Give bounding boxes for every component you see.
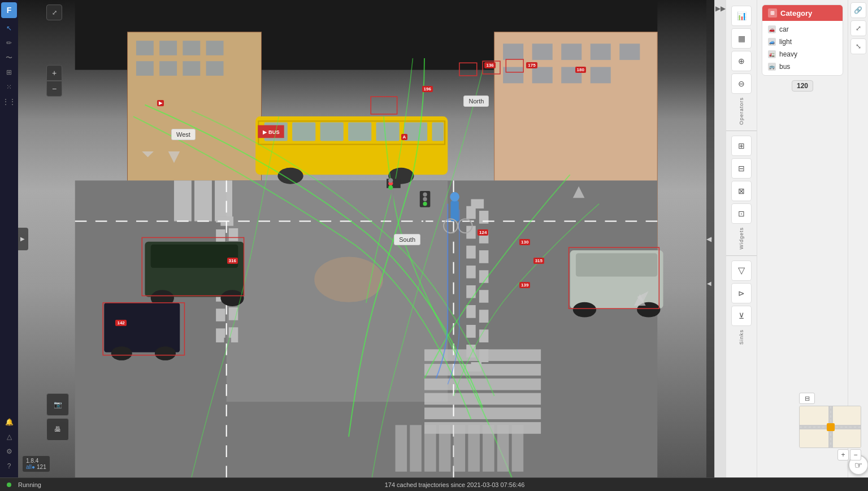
sidebar-icon-question[interactable]: ? [2, 459, 16, 473]
detection-196: 196 [422, 86, 433, 92]
category-item-heavy[interactable]: 🚛 heavy [762, 48, 843, 60]
svg-rect-45 [432, 122, 444, 141]
direction-south: South [394, 234, 420, 245]
sidebar-icon-bell[interactable]: 🔔 [2, 415, 16, 429]
svg-point-62 [450, 192, 459, 201]
play-left-btn[interactable]: ▶ [18, 228, 28, 250]
category-item-bus[interactable]: 🚌 bus [762, 60, 843, 73]
svg-rect-93 [483, 425, 494, 471]
sidebar-icon-wave[interactable]: 〜 [2, 51, 16, 64]
collapse-btn[interactable]: ⤡ [850, 38, 866, 54]
svg-rect-41 [320, 122, 344, 141]
right-arrow-indicator: ◀ [706, 235, 711, 243]
sidebar-icon-alert[interactable]: △ [2, 430, 16, 444]
sidebar-icon-draw[interactable]: ✏ [2, 36, 16, 50]
bottom-right-arrow: ◀ [707, 280, 711, 286]
screenshot-btn[interactable]: 📷 [46, 393, 69, 416]
minimap-zoom-in-btn[interactable]: + [837, 449, 849, 460]
detection-316: 316 [227, 258, 238, 264]
operator-btn-1[interactable]: 📊 [731, 6, 752, 26]
sink-btn-filter[interactable]: ▽ [731, 260, 752, 281]
svg-rect-22 [174, 180, 192, 221]
widget-btn-2[interactable]: ⊟ [731, 158, 752, 179]
svg-rect-50 [145, 242, 244, 297]
svg-point-86 [423, 202, 427, 206]
sidebar-icon-layers[interactable]: ⊞ [2, 66, 16, 79]
svg-rect-92 [468, 425, 480, 471]
svg-rect-48 [258, 125, 284, 138]
minimap-zoom-controls: + − [799, 449, 861, 460]
svg-rect-20 [75, 180, 657, 477]
panel-collapse-btn[interactable]: ▶▶ [714, 0, 726, 477]
sidebar-icon-pointer[interactable]: ↖ [2, 21, 16, 35]
minimap [799, 406, 861, 448]
operators-section: 📊 ▦ ⊕ ⊖ Operators [726, 2, 757, 129]
sink-btn-1[interactable]: ⊳ [731, 283, 752, 303]
link-btn[interactable]: 🔗 [850, 2, 866, 18]
expand-btn[interactable]: ⤢ [850, 20, 866, 36]
svg-rect-24 [215, 180, 232, 221]
svg-marker-69 [142, 151, 154, 157]
svg-rect-17 [532, 67, 553, 84]
widget-btn-4[interactable]: ⊡ [731, 203, 752, 224]
widget-btn-3[interactable]: ⊠ [731, 181, 752, 201]
minimap-toggle-btn[interactable]: ⊟ [799, 393, 815, 404]
zoom-controls: + − [46, 65, 62, 97]
operator-btn-3[interactable]: ⊕ [731, 51, 752, 71]
category-item-car[interactable]: 🚗 car [762, 23, 843, 36]
svg-rect-23 [194, 180, 212, 221]
traffic-scene: ▶ BUS [18, 0, 714, 477]
svg-rect-8 [183, 61, 200, 76]
trajectory-info: 174 cached trajectories since 2021-03-03… [48, 481, 861, 488]
category-item-light[interactable]: 🚙 light [762, 36, 843, 48]
svg-rect-44 [404, 122, 427, 141]
widget-btn-1[interactable]: ⊞ [731, 136, 752, 156]
svg-rect-10 [494, 32, 658, 254]
svg-point-47 [388, 168, 414, 184]
sidebar-icon-dots[interactable]: ⋮⋮ [2, 95, 16, 108]
record-btn[interactable]: 🖶 [46, 418, 69, 441]
sidebar-icon-persons[interactable]: ⁙ [2, 80, 16, 94]
svg-rect-2 [136, 41, 154, 55]
svg-rect-26 [424, 364, 541, 376]
heavy-icon: 🚛 [768, 50, 776, 58]
svg-rect-89 [424, 425, 436, 471]
svg-rect-71 [459, 63, 477, 76]
detection-bus: ▶ [157, 100, 164, 106]
direction-west: West [171, 129, 196, 140]
svg-rect-9 [206, 61, 224, 76]
svg-rect-25 [424, 349, 541, 361]
svg-rect-12 [532, 44, 553, 60]
svg-rect-42 [348, 122, 371, 141]
svg-marker-65 [573, 186, 585, 198]
zoom-in-btn[interactable]: + [46, 65, 62, 81]
svg-rect-95 [512, 425, 524, 471]
svg-point-84 [423, 193, 427, 197]
minimap-zoom-out-btn[interactable]: − [850, 449, 861, 460]
svg-rect-39 [264, 122, 288, 141]
zoom-out-btn[interactable]: − [46, 81, 62, 97]
right-panel: ▶▶ 📊 ▦ ⊕ ⊖ Operators ⊞ ⊟ ⊠ ⊡ Widgets [714, 0, 868, 477]
sidebar-icon-settings[interactable]: ⚙ [2, 445, 16, 458]
svg-point-59 [573, 302, 596, 318]
app-logo[interactable]: F [1, 2, 17, 18]
svg-rect-29 [424, 407, 541, 419]
svg-rect-1 [128, 32, 262, 184]
operator-btn-4[interactable]: ⊖ [731, 73, 752, 94]
sink-btn-2[interactable]: ⊻ [731, 306, 752, 326]
svg-marker-67 [637, 291, 649, 303]
svg-rect-5 [206, 41, 224, 55]
status-indicator [7, 483, 11, 487]
svg-rect-43 [376, 122, 400, 141]
svg-point-33 [314, 256, 384, 302]
svg-rect-76 [569, 247, 659, 308]
svg-rect-83 [420, 191, 431, 207]
svg-rect-6 [136, 61, 154, 76]
svg-rect-32 [220, 221, 233, 338]
operator-btn-2[interactable]: ▦ [731, 28, 752, 49]
detection-180: 180 [575, 67, 586, 73]
category-widget: ⊞ Category 🚗 car 🚙 light 🚛 heavy [762, 5, 843, 76]
expand-fullscreen-btn[interactable]: ⤢ [46, 5, 62, 20]
video-bottom-controls: 📷 🖶 [46, 393, 69, 441]
svg-rect-74 [142, 237, 244, 296]
